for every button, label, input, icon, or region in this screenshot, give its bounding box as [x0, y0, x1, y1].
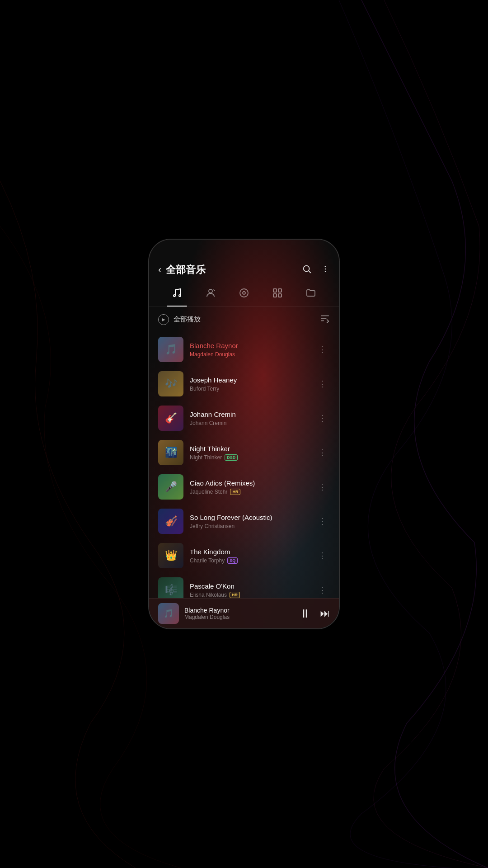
- now-playing-info: Blanche Raynor Magdalen Douglas: [184, 607, 294, 620]
- song-more-button[interactable]: ⋮: [314, 377, 330, 391]
- song-more-button[interactable]: ⋮: [314, 583, 330, 597]
- quality-badge: HR: [230, 489, 240, 495]
- svg-point-6: [240, 289, 248, 297]
- song-art: 🎼: [158, 577, 183, 598]
- song-more-button[interactable]: ⋮: [314, 514, 330, 528]
- song-title: Ciao Adios (Remixes): [190, 479, 308, 487]
- svg-rect-11: [278, 294, 282, 297]
- song-title: Johann Cremin: [190, 410, 308, 418]
- song-more-button[interactable]: ⋮: [314, 549, 330, 562]
- song-thumbnail: 🎼: [158, 577, 183, 598]
- svg-point-3: [325, 268, 326, 269]
- song-info: Night Thinker Night Thinker DSD: [190, 445, 308, 461]
- song-more-button[interactable]: ⋮: [314, 411, 330, 425]
- play-all-row[interactable]: ▶ 全部播放: [149, 307, 339, 332]
- tab-folders[interactable]: [295, 286, 328, 307]
- song-thumbnail: 🎸: [158, 406, 183, 431]
- song-art: 👑: [158, 543, 183, 568]
- song-title: Blanche Raynor: [190, 342, 308, 349]
- svg-rect-8: [273, 289, 277, 292]
- song-item[interactable]: 🎼 Pascale O'Kon Elisha Nikolaus HR ⋮: [149, 573, 339, 598]
- song-item[interactable]: 🎶 Joseph Heaney Buford Terry ⋮: [149, 367, 339, 401]
- albums-tab-icon: [239, 288, 249, 301]
- svg-point-7: [243, 292, 245, 294]
- song-thumbnail: 🌃: [158, 440, 183, 465]
- song-item[interactable]: 🎵 Blanche Raynor Magdalen Douglas ⋮: [149, 332, 339, 367]
- sort-icon[interactable]: [320, 313, 330, 326]
- song-more-button[interactable]: ⋮: [314, 446, 330, 459]
- play-all-label: 全部播放: [174, 315, 201, 324]
- song-thumbnail: 🎤: [158, 474, 183, 500]
- folders-tab-icon: [306, 288, 317, 301]
- song-item[interactable]: 👑 The Kingdom Charlie Torphy SQ ⋮: [149, 538, 339, 573]
- song-art: 🎶: [158, 371, 183, 396]
- song-artist-row: Jaqueline Stehr HR: [190, 489, 308, 495]
- svg-rect-10: [273, 294, 277, 297]
- tab-playlist[interactable]: [261, 286, 294, 307]
- app-content: ‹ 全部音乐: [149, 240, 339, 628]
- now-playing-bar[interactable]: 🎵 Blanche Raynor Magdalen Douglas ⏸ ⏭: [149, 598, 339, 628]
- song-artist: Elisha Nikolaus: [190, 592, 227, 598]
- song-artist-row: Johann Cremin: [190, 420, 308, 426]
- song-art: 🎤: [158, 474, 183, 500]
- now-playing-controls: ⏸ ⏭: [299, 607, 330, 621]
- svg-point-0: [304, 265, 310, 271]
- song-thumbnail: 🎻: [158, 509, 183, 534]
- tab-songs[interactable]: [160, 286, 193, 307]
- song-info: Johann Cremin Johann Cremin: [190, 410, 308, 426]
- song-art: 🌃: [158, 440, 183, 465]
- header-right: [302, 264, 330, 276]
- header: ‹ 全部音乐: [149, 240, 339, 282]
- back-button[interactable]: ‹: [158, 264, 161, 276]
- search-icon[interactable]: [302, 264, 312, 276]
- song-art: 🎸: [158, 406, 183, 431]
- svg-point-2: [325, 265, 326, 267]
- song-title: Night Thinker: [190, 445, 308, 453]
- song-title: Joseph Heaney: [190, 376, 308, 384]
- song-item[interactable]: 🌃 Night Thinker Night Thinker DSD ⋮: [149, 435, 339, 470]
- play-all-icon: ▶: [158, 314, 169, 325]
- song-more-button[interactable]: ⋮: [314, 343, 330, 356]
- quality-badge: DSD: [225, 454, 238, 461]
- play-all-left: ▶ 全部播放: [158, 314, 201, 325]
- song-title: Pascale O'Kon: [190, 582, 308, 590]
- page-title: 全部音乐: [166, 263, 206, 277]
- song-artist: Jaqueline Stehr: [190, 489, 227, 495]
- svg-rect-9: [278, 289, 282, 292]
- song-artist: Night Thinker: [190, 454, 222, 461]
- songs-tab-icon: [171, 288, 182, 301]
- now-playing-title: Blanche Raynor: [184, 607, 294, 614]
- song-info: The Kingdom Charlie Torphy SQ: [190, 548, 308, 564]
- song-item[interactable]: 🎸 Johann Cremin Johann Cremin ⋮: [149, 401, 339, 435]
- now-playing-thumbnail: 🎵: [158, 603, 179, 624]
- song-artist: Charlie Torphy: [190, 557, 225, 564]
- svg-point-5: [209, 289, 212, 293]
- song-item[interactable]: 🎤 Ciao Adios (Remixes) Jaqueline Stehr H…: [149, 470, 339, 504]
- song-artist-row: Jeffry Christiansen: [190, 523, 308, 529]
- song-artist: Magdalen Douglas: [190, 351, 235, 358]
- pause-button[interactable]: ⏸: [299, 607, 311, 621]
- song-artist-row: Buford Terry: [190, 386, 308, 392]
- song-title: So Long Forever (Acoustic): [190, 514, 308, 521]
- song-item[interactable]: 🎻 So Long Forever (Acoustic) Jeffry Chri…: [149, 504, 339, 538]
- song-artist-row: Night Thinker DSD: [190, 454, 308, 461]
- song-art: 🎵: [158, 337, 183, 362]
- song-thumbnail: 👑: [158, 543, 183, 568]
- artists-tab-icon: [205, 288, 216, 301]
- header-left: ‹ 全部音乐: [158, 263, 206, 277]
- song-artist-row: Charlie Torphy SQ: [190, 557, 308, 564]
- svg-line-1: [309, 271, 310, 273]
- song-more-button[interactable]: ⋮: [314, 480, 330, 494]
- song-title: The Kingdom: [190, 548, 308, 556]
- song-artist-row: Elisha Nikolaus HR: [190, 592, 308, 598]
- tab-artists[interactable]: [193, 286, 227, 307]
- song-info: Ciao Adios (Remixes) Jaqueline Stehr HR: [190, 479, 308, 495]
- playlist-tab-icon: [272, 288, 283, 301]
- tab-albums[interactable]: [227, 286, 261, 307]
- song-artist: Jeffry Christiansen: [190, 523, 235, 529]
- song-info: Pascale O'Kon Elisha Nikolaus HR: [190, 582, 308, 598]
- next-button[interactable]: ⏭: [320, 608, 330, 619]
- more-menu-icon[interactable]: [321, 264, 330, 276]
- now-playing-thumb-art: 🎵: [158, 603, 179, 624]
- tab-bar: [149, 282, 339, 307]
